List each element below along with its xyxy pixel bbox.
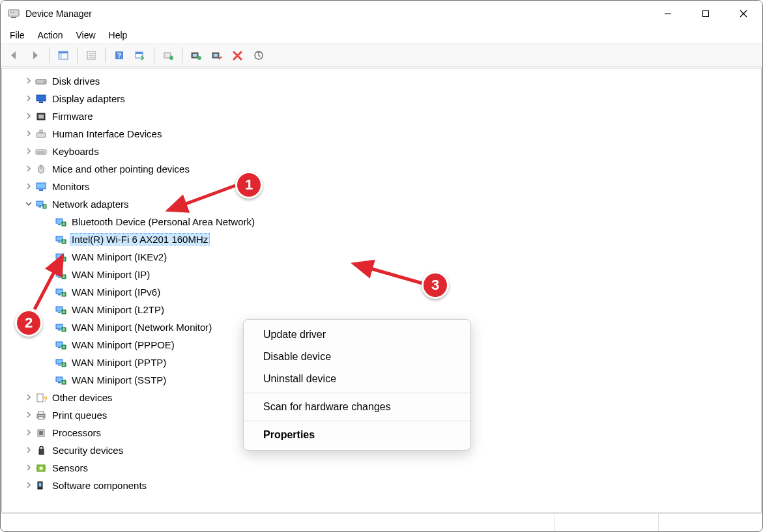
status-segment (658, 514, 762, 531)
ctx-disable-device[interactable]: Disable device (244, 346, 470, 368)
expand-chevron-icon[interactable] (24, 412, 33, 419)
expand-chevron-icon[interactable] (24, 464, 33, 472)
svg-rect-44 (43, 204, 46, 208)
category-label: Monitors (50, 180, 92, 193)
toolbar: ? (1, 44, 762, 67)
svg-point-23 (197, 56, 201, 60)
device-icon (54, 303, 67, 316)
tree-item[interactable]: Intel(R) Wi-Fi 6 AX201 160MHz (3, 231, 760, 248)
menu-file[interactable]: File (3, 29, 31, 42)
svg-rect-41 (39, 189, 43, 191)
tree-category[interactable]: Monitors (3, 178, 760, 195)
menu-view[interactable]: View (69, 29, 102, 42)
disable-device-button[interactable] (207, 46, 227, 64)
tree-item[interactable]: WAN Miniport (IPv6) (3, 283, 760, 301)
ctx-scan-hardware[interactable]: Scan for hardware changes (244, 396, 470, 418)
tree-item[interactable]: WAN Miniport (IP) (3, 266, 760, 283)
expand-chevron-icon[interactable] (24, 447, 33, 455)
svg-rect-40 (36, 183, 46, 189)
svg-rect-74 (62, 310, 66, 314)
tree-category[interactable]: Keyboards (3, 143, 760, 160)
tree-category[interactable]: Network adapters (3, 195, 760, 213)
expand-chevron-icon[interactable] (24, 394, 33, 402)
category-label: Network adapters (50, 198, 131, 210)
show-hide-console-button[interactable] (53, 46, 73, 64)
device-label: WAN Miniport (IKEv2) (70, 251, 169, 263)
minimize-button[interactable] (649, 1, 687, 27)
expand-chevron-icon[interactable] (24, 113, 33, 120)
expand-chevron-icon[interactable] (24, 482, 33, 490)
expand-chevron-icon[interactable] (24, 183, 33, 191)
svg-rect-5 (703, 11, 709, 17)
svg-text:?: ? (44, 396, 47, 403)
tree-category[interactable]: Disk drives (3, 72, 760, 90)
svg-rect-29 (36, 95, 46, 101)
device-icon (54, 356, 67, 369)
ctx-update-driver[interactable]: Update driver (244, 324, 470, 346)
device-icon (54, 286, 67, 299)
uninstall-device-button[interactable] (228, 46, 248, 64)
tree-category[interactable]: Human Interface Devices (3, 125, 760, 143)
expand-chevron-icon[interactable] (24, 77, 33, 85)
ctx-properties[interactable]: Properties (244, 424, 470, 446)
svg-rect-94 (62, 380, 66, 384)
category-icon (35, 427, 48, 440)
tree-category[interactable]: Firmware (3, 107, 760, 125)
category-label: Firmware (50, 110, 95, 122)
category-icon: ? (35, 391, 48, 404)
ctx-separator (244, 393, 470, 393)
window: Device Manager File Action View Help ? D (0, 0, 763, 532)
svg-point-2 (10, 12, 12, 13)
svg-rect-78 (58, 329, 61, 331)
tree-category[interactable]: Display adapters (3, 90, 760, 107)
help-button[interactable]: ? (109, 46, 129, 64)
expand-chevron-icon[interactable] (24, 429, 33, 437)
expand-chevron-icon[interactable] (24, 201, 33, 208)
category-icon (35, 444, 48, 457)
svg-rect-63 (58, 277, 61, 278)
forward-button[interactable] (25, 46, 45, 64)
ctx-uninstall-device[interactable]: Uninstall device (244, 368, 470, 390)
category-icon (35, 92, 48, 105)
category-icon (35, 145, 48, 158)
category-label: Keyboards (50, 145, 101, 158)
category-icon (35, 110, 48, 123)
tree-category[interactable]: Sensors (3, 459, 760, 477)
app-icon (7, 7, 20, 20)
tree-category[interactable]: Mice and other pointing devices (3, 160, 760, 178)
device-label: WAN Miniport (PPPOE) (70, 339, 177, 351)
tree-item[interactable]: Bluetooth Device (Personal Area Network) (3, 213, 760, 231)
properties-button[interactable] (81, 46, 101, 64)
tree-category[interactable]: Software components (3, 477, 760, 494)
svg-point-28 (44, 81, 45, 82)
expand-chevron-icon[interactable] (24, 95, 33, 103)
svg-rect-54 (62, 240, 66, 244)
toolbar-separator (49, 48, 50, 63)
device-label: Intel(R) Wi-Fi 6 AX201 160MHz (70, 233, 210, 245)
status-segment (554, 514, 658, 531)
scan-hardware-button[interactable] (130, 46, 150, 64)
update-driver-button[interactable] (158, 46, 178, 64)
enable-device-button[interactable] (186, 46, 206, 64)
svg-point-20 (169, 56, 173, 60)
tree-item[interactable]: WAN Miniport (L2TP) (3, 301, 760, 318)
menu-help[interactable]: Help (102, 29, 134, 42)
category-label: Processors (50, 427, 103, 439)
device-label: WAN Miniport (IPv6) (70, 286, 162, 298)
category-label: Human Interface Devices (50, 128, 164, 140)
expand-chevron-icon[interactable] (24, 165, 33, 173)
tree-item[interactable]: WAN Miniport (IKEv2) (3, 248, 760, 266)
svg-rect-101 (38, 417, 44, 419)
svg-text:?: ? (117, 52, 121, 59)
expand-chevron-icon[interactable] (24, 148, 33, 156)
svg-rect-22 (193, 54, 197, 57)
toolbar-separator (154, 48, 154, 63)
maximize-button[interactable] (687, 1, 725, 27)
back-button[interactable] (5, 46, 24, 64)
status-segment (1, 514, 554, 531)
svg-rect-83 (58, 347, 61, 348)
expand-chevron-icon[interactable] (24, 130, 33, 138)
close-button[interactable] (725, 1, 762, 27)
menu-action[interactable]: Action (31, 29, 70, 42)
add-legacy-button[interactable] (249, 46, 268, 64)
